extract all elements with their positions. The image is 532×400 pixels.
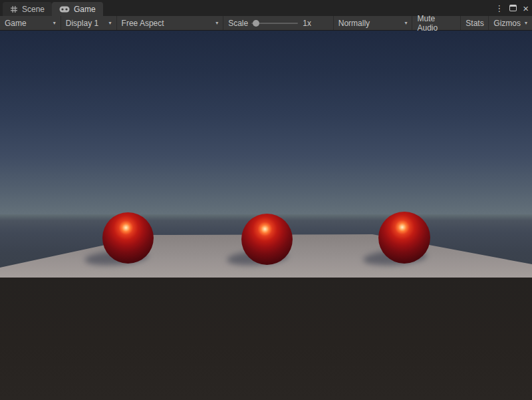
scale-label: Scale (228, 19, 248, 28)
stats-label: Stats (466, 19, 483, 28)
grid-icon (10, 5, 18, 13)
red-sphere-center (241, 214, 293, 265)
game-view-toolbar: Game ▾ Display 1 ▾ Free Aspect ▾ Scale 1… (0, 16, 532, 31)
display-target-label: Display 1 (66, 19, 98, 28)
chevron-down-icon: ▾ (400, 20, 407, 26)
stats-button[interactable]: Stats (461, 16, 489, 30)
play-mode-dropdown[interactable]: Normally ▾ (334, 16, 413, 30)
mute-audio-label: Mute Audio (417, 14, 456, 33)
chevron-down-icon: ▾ (49, 20, 56, 26)
tab-scene[interactable]: Scene (3, 2, 52, 16)
tab-game-label: Game (74, 5, 96, 14)
mute-audio-button[interactable]: Mute Audio (412, 16, 461, 30)
chevron-down-icon: ▾ (211, 20, 218, 26)
play-mode-label: Normally (338, 19, 370, 28)
slider-knob[interactable] (253, 20, 259, 27)
maximize-icon[interactable] (509, 5, 517, 11)
chevron-down-icon: ▾ (105, 20, 112, 26)
gizmos-dropdown[interactable]: Gizmos ▾ (489, 16, 532, 30)
display-target-dropdown[interactable]: Display 1 ▾ (61, 16, 117, 30)
scale-slider[interactable] (251, 16, 298, 30)
close-icon[interactable]: × (523, 3, 529, 13)
scale-value: 1x (301, 19, 311, 28)
menu-kebab-icon[interactable]: ⋮ (495, 4, 503, 13)
chevron-down-icon: ▾ (521, 20, 527, 26)
scale-control: Scale 1x (223, 16, 334, 30)
game-render-viewport[interactable] (0, 31, 532, 400)
window-controls: ⋮ × (495, 0, 529, 16)
red-sphere-left (102, 212, 154, 264)
display-mode-dropdown[interactable]: Game ▾ (0, 16, 61, 30)
red-sphere-right (378, 212, 430, 264)
tab-scene-label: Scene (22, 5, 45, 14)
display-mode-label: Game (5, 19, 27, 28)
gizmos-label: Gizmos (493, 19, 521, 28)
gamepad-icon (59, 6, 70, 13)
aspect-ratio-dropdown[interactable]: Free Aspect ▾ (117, 16, 224, 30)
aspect-ratio-label: Free Aspect (122, 19, 164, 28)
game-view-panel: Scene Game ⋮ × Game ▾ Display 1 ▾ Free A… (0, 0, 532, 400)
tab-game[interactable]: Game (52, 2, 103, 16)
foreground-ground (0, 278, 532, 400)
